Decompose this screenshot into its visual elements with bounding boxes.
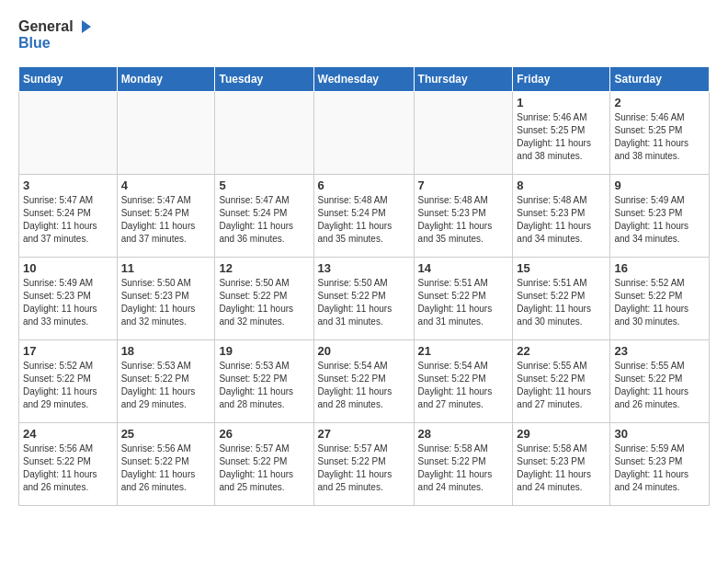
- day-info: Sunrise: 5:56 AM Sunset: 5:22 PM Dayligh…: [121, 442, 211, 494]
- calendar-cell: 3Sunrise: 5:47 AM Sunset: 5:24 PM Daylig…: [19, 174, 118, 257]
- day-number: 11: [121, 261, 211, 275]
- calendar-cell: 14Sunrise: 5:51 AM Sunset: 5:22 PM Dayli…: [414, 257, 513, 339]
- calendar-cell: 18Sunrise: 5:53 AM Sunset: 5:22 PM Dayli…: [117, 339, 215, 422]
- day-info: Sunrise: 5:52 AM Sunset: 5:22 PM Dayligh…: [23, 360, 113, 411]
- calendar-cell: 5Sunrise: 5:47 AM Sunset: 5:24 PM Daylig…: [215, 174, 313, 257]
- day-info: Sunrise: 5:49 AM Sunset: 5:23 PM Dayligh…: [614, 194, 705, 246]
- calendar-cell: 19Sunrise: 5:53 AM Sunset: 5:22 PM Dayli…: [215, 339, 313, 422]
- day-info: Sunrise: 5:53 AM Sunset: 5:22 PM Dayligh…: [219, 360, 309, 411]
- weekday-header-sunday: Sunday: [19, 66, 118, 91]
- day-info: Sunrise: 5:48 AM Sunset: 5:23 PM Dayligh…: [517, 194, 606, 246]
- day-info: Sunrise: 5:48 AM Sunset: 5:23 PM Dayligh…: [418, 194, 509, 246]
- calendar-cell: 6Sunrise: 5:48 AM Sunset: 5:24 PM Daylig…: [313, 174, 414, 257]
- day-info: Sunrise: 5:54 AM Sunset: 5:22 PM Dayligh…: [318, 360, 410, 411]
- day-number: 10: [23, 261, 113, 275]
- week-row-5: 24Sunrise: 5:56 AM Sunset: 5:22 PM Dayli…: [19, 422, 710, 505]
- day-number: 22: [517, 344, 606, 358]
- day-info: Sunrise: 5:51 AM Sunset: 5:22 PM Dayligh…: [517, 277, 606, 328]
- calendar-cell: 17Sunrise: 5:52 AM Sunset: 5:22 PM Dayli…: [19, 339, 118, 422]
- week-row-2: 3Sunrise: 5:47 AM Sunset: 5:24 PM Daylig…: [19, 174, 710, 257]
- calendar-cell: 10Sunrise: 5:49 AM Sunset: 5:23 PM Dayli…: [19, 257, 118, 339]
- day-info: Sunrise: 5:47 AM Sunset: 5:24 PM Dayligh…: [121, 194, 211, 246]
- day-number: 12: [219, 261, 309, 275]
- day-number: 13: [318, 261, 410, 275]
- calendar-cell: 13Sunrise: 5:50 AM Sunset: 5:22 PM Dayli…: [313, 257, 414, 339]
- day-number: 16: [614, 261, 705, 275]
- day-info: Sunrise: 5:52 AM Sunset: 5:22 PM Dayligh…: [614, 277, 705, 328]
- day-number: 25: [121, 427, 211, 441]
- calendar-cell: 11Sunrise: 5:50 AM Sunset: 5:23 PM Dayli…: [117, 257, 215, 339]
- weekday-header-saturday: Saturday: [610, 66, 710, 91]
- calendar-table: SundayMondayTuesdayWednesdayThursdayFrid…: [18, 66, 710, 506]
- day-number: 27: [318, 427, 410, 441]
- weekday-header-monday: Monday: [117, 66, 215, 91]
- day-info: Sunrise: 5:57 AM Sunset: 5:22 PM Dayligh…: [219, 442, 309, 494]
- weekday-header-friday: Friday: [513, 66, 610, 91]
- calendar-cell: 9Sunrise: 5:49 AM Sunset: 5:23 PM Daylig…: [610, 174, 710, 257]
- calendar-cell: 15Sunrise: 5:51 AM Sunset: 5:22 PM Dayli…: [513, 257, 610, 339]
- day-number: 2: [614, 96, 705, 109]
- day-info: Sunrise: 5:50 AM Sunset: 5:22 PM Dayligh…: [318, 277, 410, 328]
- calendar-cell: 21Sunrise: 5:54 AM Sunset: 5:22 PM Dayli…: [414, 339, 513, 422]
- day-info: Sunrise: 5:50 AM Sunset: 5:22 PM Dayligh…: [219, 277, 309, 328]
- calendar-cell: 24Sunrise: 5:56 AM Sunset: 5:22 PM Dayli…: [19, 422, 118, 505]
- day-number: 29: [517, 427, 606, 441]
- day-number: 15: [517, 261, 606, 275]
- calendar-cell: [215, 91, 313, 174]
- calendar-cell: [117, 91, 215, 174]
- week-row-3: 10Sunrise: 5:49 AM Sunset: 5:23 PM Dayli…: [19, 257, 710, 339]
- calendar-cell: 16Sunrise: 5:52 AM Sunset: 5:22 PM Dayli…: [610, 257, 710, 339]
- day-number: 6: [318, 178, 410, 192]
- day-info: Sunrise: 5:58 AM Sunset: 5:22 PM Dayligh…: [418, 442, 509, 494]
- day-number: 28: [418, 427, 509, 441]
- calendar-cell: 8Sunrise: 5:48 AM Sunset: 5:23 PM Daylig…: [513, 174, 610, 257]
- day-number: 8: [517, 178, 606, 192]
- day-info: Sunrise: 5:55 AM Sunset: 5:22 PM Dayligh…: [614, 360, 705, 411]
- day-number: 20: [318, 344, 410, 358]
- day-number: 1: [517, 96, 606, 109]
- day-info: Sunrise: 5:51 AM Sunset: 5:22 PM Dayligh…: [418, 277, 509, 328]
- day-number: 19: [219, 344, 309, 358]
- day-number: 18: [121, 344, 211, 358]
- calendar-cell: 26Sunrise: 5:57 AM Sunset: 5:22 PM Dayli…: [215, 422, 313, 505]
- calendar-cell: [414, 91, 513, 174]
- calendar-cell: 1Sunrise: 5:46 AM Sunset: 5:25 PM Daylig…: [513, 91, 610, 174]
- day-number: 17: [23, 344, 113, 358]
- calendar-cell: 23Sunrise: 5:55 AM Sunset: 5:22 PM Dayli…: [610, 339, 710, 422]
- calendar-cell: [19, 91, 118, 174]
- weekday-header-tuesday: Tuesday: [215, 66, 313, 91]
- day-info: Sunrise: 5:50 AM Sunset: 5:23 PM Dayligh…: [121, 277, 211, 328]
- calendar-cell: 22Sunrise: 5:55 AM Sunset: 5:22 PM Dayli…: [513, 339, 610, 422]
- logo-general: General: [18, 18, 74, 35]
- calendar-cell: 12Sunrise: 5:50 AM Sunset: 5:22 PM Dayli…: [215, 257, 313, 339]
- logo-blue: Blue: [18, 35, 51, 52]
- day-info: Sunrise: 5:53 AM Sunset: 5:22 PM Dayligh…: [121, 360, 211, 411]
- logo: GeneralBlue: [18, 18, 93, 52]
- calendar-cell: 2Sunrise: 5:46 AM Sunset: 5:25 PM Daylig…: [610, 91, 710, 174]
- day-number: 5: [219, 178, 309, 192]
- day-info: Sunrise: 5:58 AM Sunset: 5:23 PM Dayligh…: [517, 442, 606, 494]
- day-info: Sunrise: 5:59 AM Sunset: 5:23 PM Dayligh…: [614, 442, 705, 494]
- weekday-header-thursday: Thursday: [414, 66, 513, 91]
- day-info: Sunrise: 5:47 AM Sunset: 5:24 PM Dayligh…: [23, 194, 113, 246]
- day-info: Sunrise: 5:47 AM Sunset: 5:24 PM Dayligh…: [219, 194, 309, 246]
- weekday-header-wednesday: Wednesday: [313, 66, 414, 91]
- calendar-cell: 28Sunrise: 5:58 AM Sunset: 5:22 PM Dayli…: [414, 422, 513, 505]
- calendar-cell: 30Sunrise: 5:59 AM Sunset: 5:23 PM Dayli…: [610, 422, 710, 505]
- week-row-4: 17Sunrise: 5:52 AM Sunset: 5:22 PM Dayli…: [19, 339, 710, 422]
- day-info: Sunrise: 5:46 AM Sunset: 5:25 PM Dayligh…: [614, 111, 705, 163]
- day-number: 3: [23, 178, 113, 192]
- day-info: Sunrise: 5:57 AM Sunset: 5:22 PM Dayligh…: [318, 442, 410, 494]
- day-info: Sunrise: 5:46 AM Sunset: 5:25 PM Dayligh…: [517, 111, 606, 163]
- calendar-cell: 25Sunrise: 5:56 AM Sunset: 5:22 PM Dayli…: [117, 422, 215, 505]
- day-number: 14: [418, 261, 509, 275]
- day-info: Sunrise: 5:56 AM Sunset: 5:22 PM Dayligh…: [23, 442, 113, 494]
- day-number: 21: [418, 344, 509, 358]
- calendar-cell: 4Sunrise: 5:47 AM Sunset: 5:24 PM Daylig…: [117, 174, 215, 257]
- day-info: Sunrise: 5:55 AM Sunset: 5:22 PM Dayligh…: [517, 360, 606, 411]
- svg-marker-0: [82, 20, 91, 33]
- day-number: 23: [614, 344, 705, 358]
- week-row-1: 1Sunrise: 5:46 AM Sunset: 5:25 PM Daylig…: [19, 91, 710, 174]
- day-number: 24: [23, 427, 113, 441]
- logo-arrow-icon: [76, 18, 93, 35]
